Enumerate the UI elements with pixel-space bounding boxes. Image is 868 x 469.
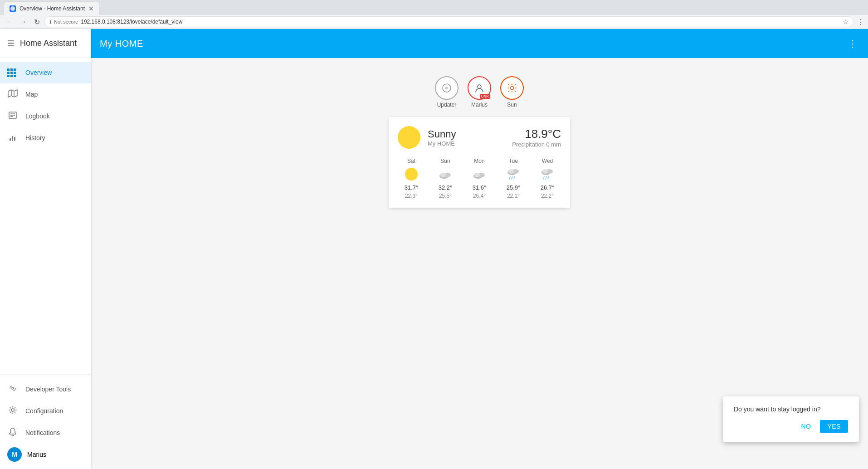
weather-forecast: Sat 31.7° 22.3° Sun 32.2° [398,158,561,199]
sidebar-item-label-history: History [25,134,45,142]
back-button[interactable]: ← [4,16,15,28]
history-icon [7,132,18,144]
sidebar-item-configuration[interactable]: Configuration [0,400,91,422]
sidebar-item-logbook[interactable]: Logbook [0,105,91,127]
notifications-icon [7,427,18,439]
address-text: 192.168.0.108:8123/lovelace/default_view [81,19,840,25]
sidebar-item-map[interactable]: Map [0,83,91,105]
presence-circle-marius[interactable]: UNK [468,76,491,100]
svg-rect-6 [12,136,13,141]
forecast-day-name-sun: Sun [440,158,450,164]
topbar-title: My HOME [100,39,143,49]
address-bar[interactable]: ℹ Not secure 192.168.0.108:8123/lovelace… [44,16,853,27]
sidebar-item-developer-tools[interactable]: Developer Tools [0,378,91,400]
no-button[interactable]: NO [795,420,816,433]
svg-rect-7 [14,137,15,141]
browser-tabs: Overview - Home Assistant ✕ [0,0,868,15]
forecast-low-wed: 22.2° [541,193,554,199]
forecast-high-mon: 31.6° [473,184,487,191]
svg-point-28 [542,169,548,174]
forecast-icon-mon [471,166,488,182]
weather-card: Sunny My HOME 18.9°C Precipitation 0 mm … [389,117,570,208]
svg-rect-5 [10,138,11,141]
forecast-low-sat: 22.3° [405,193,418,199]
bookmark-icon[interactable]: ☆ [843,18,848,25]
sidebar-item-label-overview: Overview [25,69,52,76]
topbar-menu-button[interactable]: ⋮ [846,36,859,51]
tab-close-button[interactable]: ✕ [88,5,94,12]
developer-tools-icon [7,383,18,396]
presence-circle-sun[interactable] [500,76,524,100]
topbar-actions: ⋮ [846,36,859,51]
browser-menu-button[interactable]: ⋮ [857,18,864,26]
forecast-icon-sat [403,166,419,182]
hamburger-menu-icon[interactable]: ☰ [7,39,15,49]
presence-item-updater: Updater [435,76,458,108]
not-secure-label: Not secure [54,19,78,24]
forecast-high-sat: 31.7° [405,184,419,191]
forecast-high-sun: 32.2° [439,184,453,191]
sidebar-bottom: Developer Tools Configuration Notificati… [0,374,91,469]
svg-line-24 [512,176,512,179]
weather-main-icon [398,126,420,149]
sidebar-item-history[interactable]: History [0,127,91,149]
reload-button[interactable]: ↻ [31,16,43,28]
user-name-label: Marius [27,451,46,458]
forecast-low-mon: 26.4° [473,193,486,199]
forecast-icon-tue [505,166,522,182]
weather-temp-block: 18.9°C Precipitation 0 mm [512,127,561,148]
browser-chrome: Overview - Home Assistant ✕ ← → ↻ ℹ Not … [0,0,868,29]
forecast-day-name-mon: Mon [474,158,484,164]
presence-label-marius: Marius [471,102,488,108]
forecast-low-sun: 25.5° [439,193,452,199]
forecast-icon-sun [437,166,454,182]
sidebar-item-label-notifications: Notifications [25,429,60,436]
sidebar-nav: Overview Map Logbook Histo [0,58,91,374]
presence-item-marius: UNK Marius [468,76,491,108]
presence-label-sun: Sun [507,102,517,108]
tab-title: Overview - Home Assistant [20,5,85,12]
app-title: Home Assistant [20,39,77,48]
presence-row: Updater UNK Marius Sun [100,76,859,108]
weather-header: Sunny My HOME 18.9°C Precipitation 0 mm [398,126,561,149]
forecast-day-mon: Mon 31.6° 26.4° [466,158,493,199]
presence-circle-updater[interactable] [435,76,458,100]
weather-condition: Sunny [428,128,512,140]
forecast-low-tue: 22.1° [507,193,520,199]
sidebar-user[interactable]: M Marius [0,444,91,465]
stay-logged-in-actions: NO YES [734,420,848,433]
browser-toolbar: ← → ↻ ℹ Not secure 192.168.0.108:8123/lo… [0,15,868,29]
forecast-day-tue: Tue 25.9° 22.1° [500,158,527,199]
svg-line-30 [546,176,546,179]
map-icon [7,88,18,101]
configuration-icon [7,405,18,417]
sidebar-item-label-map: Map [25,91,38,98]
forecast-day-name-tue: Tue [509,158,518,164]
forecast-day-name-sat: Sat [407,158,415,164]
sidebar-item-label-configuration: Configuration [25,407,63,415]
forecast-day-sun: Sun 32.2° 25.5° [432,158,459,199]
sidebar-item-label-logbook: Logbook [25,112,50,120]
svg-line-25 [514,176,515,179]
logbook-icon [7,110,18,122]
presence-item-sun: Sun [500,76,524,108]
yes-button[interactable]: YES [820,420,848,433]
svg-point-0 [10,6,15,11]
presence-label-updater: Updater [437,102,457,108]
tab-favicon [10,5,16,12]
overview-icon [7,68,18,77]
sidebar-item-notifications[interactable]: Notifications [0,422,91,444]
svg-point-9 [11,409,14,411]
svg-point-16 [440,173,446,177]
sidebar-item-overview[interactable]: Overview [0,62,91,83]
svg-line-23 [509,176,510,179]
active-tab[interactable]: Overview - Home Assistant ✕ [4,1,100,15]
forecast-icon-wed [539,166,556,182]
forecast-high-wed: 26.7° [541,184,555,191]
forward-button[interactable]: → [17,16,29,28]
stay-logged-in-question: Do you want to stay logged in? [734,405,848,413]
svg-point-12 [478,85,481,88]
svg-point-13 [510,86,514,90]
forecast-day-sat: Sat 31.7° 22.3° [398,158,425,199]
forecast-day-name-wed: Wed [542,158,553,164]
